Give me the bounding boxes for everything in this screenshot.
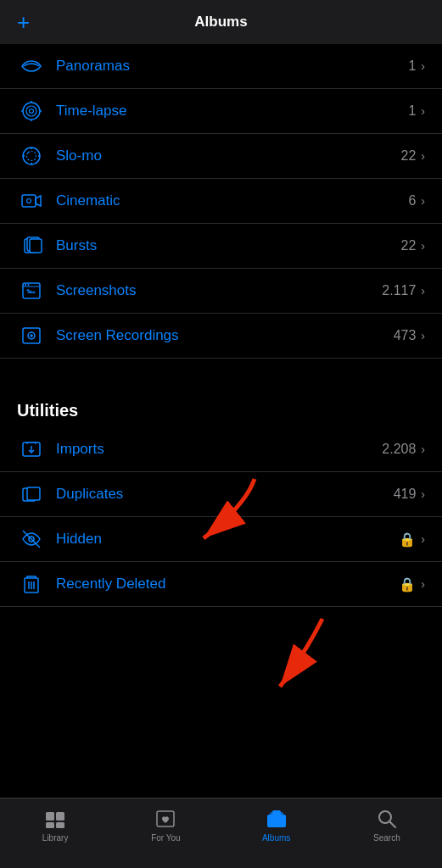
search-tab-icon: [375, 807, 399, 831]
svg-rect-35: [46, 812, 54, 821]
screen-recordings-chevron: ›: [421, 329, 425, 342]
duplicates-icon: [17, 483, 46, 505]
recently-deleted-chevron: ›: [421, 577, 425, 591]
list-item-screenshots[interactable]: Screenshots 2.117 ›: [0, 269, 442, 314]
panoramas-chevron: ›: [421, 59, 425, 73]
svg-rect-12: [22, 195, 36, 207]
list-item-duplicates[interactable]: Duplicates 419 ›: [0, 472, 442, 517]
list-item-recently-deleted[interactable]: Recently Deleted 🔒 ›: [0, 562, 442, 607]
svg-rect-37: [46, 822, 54, 828]
timelapse-label: Time-lapse: [56, 103, 408, 120]
tab-for-you[interactable]: For You: [131, 807, 199, 843]
duplicates-label: Duplicates: [56, 486, 394, 503]
bursts-count: 22: [401, 238, 417, 253]
bursts-label: Bursts: [56, 237, 401, 254]
header: + Albums: [0, 0, 442, 44]
hidden-icon: [17, 528, 46, 550]
slomo-chevron: ›: [421, 149, 425, 163]
timelapse-count: 1: [408, 103, 416, 119]
screenshots-chevron: ›: [421, 284, 425, 298]
section-divider: [0, 359, 442, 382]
tab-library[interactable]: Library: [21, 807, 89, 843]
tab-search-label: Search: [373, 833, 400, 843]
tab-library-label: Library: [42, 833, 69, 843]
svg-point-18: [25, 284, 26, 286]
hidden-label: Hidden: [56, 531, 399, 548]
svg-rect-42: [272, 810, 281, 826]
imports-count: 2.208: [382, 442, 416, 457]
hidden-chevron: ›: [421, 532, 425, 546]
svg-point-19: [28, 284, 30, 286]
screen-recordings-icon: [17, 325, 46, 347]
recently-deleted-lock: 🔒: [399, 576, 416, 593]
imports-label: Imports: [56, 441, 382, 458]
timelapse-icon: [17, 100, 46, 122]
tab-search[interactable]: Search: [353, 807, 421, 843]
svg-point-13: [27, 199, 31, 203]
svg-point-20: [27, 289, 30, 292]
svg-rect-36: [56, 812, 64, 821]
recently-deleted-icon: [17, 573, 46, 595]
duplicates-chevron: ›: [421, 487, 425, 501]
tab-albums-label: Albums: [262, 833, 290, 843]
page-title: Albums: [194, 14, 247, 31]
screen-recordings-count: 473: [394, 328, 417, 343]
svg-point-0: [23, 103, 40, 120]
bursts-icon: [17, 235, 46, 257]
svg-rect-16: [30, 239, 42, 253]
svg-point-2: [30, 109, 34, 114]
list-item-hidden[interactable]: Hidden 🔒 ›: [0, 517, 442, 562]
list-item-bursts[interactable]: Bursts 22 ›: [0, 224, 442, 269]
slomo-count: 22: [401, 148, 417, 164]
bursts-chevron: ›: [421, 239, 425, 253]
cinematic-count: 6: [408, 193, 416, 209]
svg-line-44: [389, 822, 395, 828]
imports-chevron: ›: [421, 442, 425, 456]
timelapse-chevron: ›: [421, 104, 425, 118]
tab-bar: Library For You Albums: [0, 798, 442, 868]
panoramas-label: Panoramas: [56, 58, 408, 75]
svg-point-1: [26, 106, 36, 116]
screenshots-label: Screenshots: [56, 282, 382, 299]
list-item-imports[interactable]: Imports 2.208 ›: [0, 427, 442, 472]
duplicates-count: 419: [394, 487, 417, 502]
svg-rect-26: [27, 487, 40, 500]
slomo-icon: [17, 145, 46, 167]
imports-icon: [17, 438, 46, 460]
cinematic-label: Cinematic: [56, 192, 408, 209]
list-item-panoramas[interactable]: Panoramas 1 ›: [0, 44, 442, 89]
recently-deleted-label: Recently Deleted: [56, 576, 399, 593]
utilities-section-header: Utilities: [0, 382, 442, 427]
hidden-lock: 🔒: [399, 531, 416, 548]
svg-point-7: [23, 147, 40, 164]
list-item-slomo[interactable]: Slo-mo 22 ›: [0, 134, 442, 179]
list-item-cinematic[interactable]: Cinematic 6 ›: [0, 179, 442, 224]
svg-rect-38: [56, 822, 64, 828]
for-you-tab-icon: [154, 807, 177, 831]
list-item-screen-recordings[interactable]: Screen Recordings 473 ›: [0, 314, 442, 359]
content-area: Panoramas 1 › Time-lapse 1 ›: [0, 44, 442, 798]
screenshots-icon: [17, 280, 46, 302]
tab-albums[interactable]: Albums: [243, 807, 311, 843]
add-button[interactable]: +: [17, 9, 30, 36]
albums-tab-icon: [265, 807, 288, 831]
list-item-timelapse[interactable]: Time-lapse 1 ›: [0, 89, 442, 134]
screenshots-count: 2.117: [382, 283, 416, 298]
screen-recordings-label: Screen Recordings: [56, 327, 394, 344]
panoramas-count: 1: [408, 58, 416, 74]
cinematic-icon: [17, 190, 46, 212]
svg-point-23: [30, 334, 33, 337]
slomo-label: Slo-mo: [56, 147, 401, 164]
cinematic-chevron: ›: [421, 194, 425, 208]
library-tab-icon: [43, 807, 67, 831]
panoramas-icon: [17, 55, 46, 77]
tab-for-you-label: For You: [151, 833, 180, 843]
